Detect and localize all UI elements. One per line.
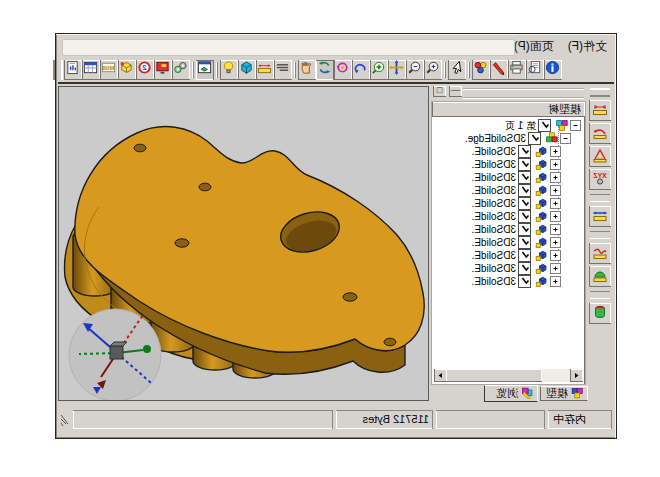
dimension-button[interactable]	[256, 60, 274, 80]
dynamic-zoom-button[interactable]	[370, 60, 388, 80]
tree-horizontal-scrollbar[interactable]	[434, 369, 583, 382]
print-preview-button[interactable]	[526, 60, 544, 80]
visibility-checkbox[interactable]	[518, 262, 531, 275]
free-rotate-button[interactable]	[334, 60, 352, 80]
document-report-button[interactable]	[64, 60, 82, 80]
select-button[interactable]	[448, 60, 466, 80]
tree-row[interactable]: 第 1 页	[434, 119, 583, 132]
visibility-checkbox[interactable]	[528, 132, 541, 145]
layers-button[interactable]	[274, 60, 292, 80]
tree-row[interactable]: 3DSolidEdge.	[434, 132, 583, 145]
part-cube-button[interactable]	[118, 60, 136, 80]
tree-row[interactable]: 3DSolidE.	[434, 275, 583, 288]
expand-icon[interactable]	[550, 172, 561, 183]
view-2-button[interactable]: 2	[136, 60, 154, 80]
visibility-checkbox[interactable]	[518, 171, 531, 184]
tree-item-label[interactable]: 第 1 页	[505, 119, 536, 133]
about-button[interactable]	[544, 60, 562, 80]
visibility-checkbox[interactable]	[518, 145, 531, 158]
collapse-icon[interactable]	[570, 120, 581, 131]
measure-angle-button[interactable]	[590, 146, 612, 167]
tree-item-label[interactable]: 3DSolidE.	[472, 250, 516, 261]
expand-icon[interactable]	[550, 250, 561, 261]
viewport-3d[interactable]	[58, 86, 429, 401]
panel-grip[interactable]	[463, 88, 584, 99]
collapse-icon[interactable]	[560, 133, 571, 144]
visibility-checkbox[interactable]	[518, 197, 531, 210]
tree-row[interactable]: 3DSolidE.	[434, 171, 583, 184]
hand-pan-button[interactable]	[298, 60, 316, 80]
tree-item-label[interactable]: 3DSolidE.	[472, 276, 516, 287]
appearance-palette-button[interactable]	[472, 60, 490, 80]
tab-browse[interactable]: 浏览	[484, 385, 538, 402]
tree-item-label[interactable]: 3DSolidE.	[472, 172, 516, 183]
tree-item-label[interactable]: 3DSolidE.	[472, 237, 516, 248]
scroll-right-button[interactable]	[434, 369, 447, 382]
macro-m08-button[interactable]: M08	[100, 60, 118, 80]
panel-minimize-button[interactable]: —	[449, 86, 462, 97]
tree-row[interactable]: 3DSolidE.	[434, 262, 583, 275]
expand-icon[interactable]	[550, 146, 561, 157]
tree-row[interactable]: 3DSolidE.	[434, 249, 583, 262]
tree-row[interactable]: 3DSolidE.	[434, 145, 583, 158]
visibility-checkbox[interactable]	[518, 223, 531, 236]
expand-icon[interactable]	[550, 211, 561, 222]
visibility-checkbox[interactable]	[518, 210, 531, 223]
measure-distance-button[interactable]	[590, 206, 612, 227]
expand-icon[interactable]	[550, 224, 561, 235]
tree-row[interactable]: 3DSolidE.	[434, 223, 583, 236]
tree-item-label[interactable]: 3DSolidE.	[472, 263, 516, 274]
table-view-button[interactable]	[82, 60, 100, 80]
visibility-checkbox[interactable]	[518, 184, 531, 197]
measure-coordinate-button[interactable]: XYZ	[590, 169, 612, 190]
panel-restore-button[interactable]: □	[433, 86, 446, 97]
tree-item-label[interactable]: 3DSolidE.	[472, 159, 516, 170]
tree-row[interactable]: 3DSolidE.	[434, 158, 583, 171]
tree-item-label[interactable]: 3DSolidE.	[472, 146, 516, 157]
measure-area-button[interactable]	[590, 266, 612, 287]
resize-grip[interactable]	[60, 411, 70, 427]
tree-item-label[interactable]: 3DSolidEdge.	[465, 133, 526, 144]
visibility-checkbox[interactable]	[538, 119, 551, 132]
tree-item-label[interactable]: 3DSolidE.	[472, 224, 516, 235]
zoom-in-button[interactable]	[424, 60, 442, 80]
visibility-checkbox[interactable]	[518, 158, 531, 171]
light-button[interactable]	[220, 60, 238, 80]
spin-view-button[interactable]	[352, 60, 370, 80]
expand-icon[interactable]	[550, 237, 561, 248]
measure-length-button[interactable]	[590, 100, 612, 121]
tab-model[interactable]: 模型	[540, 386, 588, 401]
screen-capture-button[interactable]	[154, 60, 172, 80]
visibility-checkbox[interactable]	[518, 275, 531, 288]
expand-icon[interactable]	[550, 185, 561, 196]
measure-curve-button[interactable]	[590, 243, 612, 264]
visibility-checkbox[interactable]	[518, 236, 531, 249]
tree-row[interactable]: 3DSolidE.	[434, 184, 583, 197]
expand-icon[interactable]	[550, 263, 561, 274]
tree-row[interactable]: 3DSolidE.	[434, 197, 583, 210]
shaded-view-button[interactable]	[238, 60, 256, 80]
viewport-window-button[interactable]	[196, 60, 214, 80]
tree-row[interactable]: 3DSolidE.	[434, 236, 583, 249]
expand-icon[interactable]	[550, 276, 561, 287]
expand-icon[interactable]	[550, 198, 561, 209]
scrollbar-thumb[interactable]	[445, 369, 542, 382]
annotate-pen-button[interactable]	[490, 60, 508, 80]
measure-volume-button[interactable]	[590, 303, 612, 324]
tree-item-label[interactable]: 3DSolidE.	[472, 198, 516, 209]
zoom-out-button[interactable]	[406, 60, 424, 80]
scroll-left-button[interactable]	[570, 369, 583, 382]
toolbar-grip[interactable]	[53, 60, 63, 80]
visibility-checkbox[interactable]	[518, 249, 531, 262]
measure-toolbar-grip[interactable]	[591, 88, 611, 97]
pan-button[interactable]	[388, 60, 406, 80]
tree-item-label[interactable]: 3DSolidE.	[472, 211, 516, 222]
tree-item-label[interactable]: 3DSolidE.	[472, 185, 516, 196]
menu-file[interactable]: 文件(F)	[561, 36, 614, 57]
print-button[interactable]	[508, 60, 526, 80]
settings-gears-button[interactable]	[172, 60, 190, 80]
tree-row[interactable]: 3DSolidE.	[434, 210, 583, 223]
measure-radius-button[interactable]	[590, 123, 612, 144]
rotate-button[interactable]	[316, 60, 334, 80]
expand-icon[interactable]	[550, 159, 561, 170]
